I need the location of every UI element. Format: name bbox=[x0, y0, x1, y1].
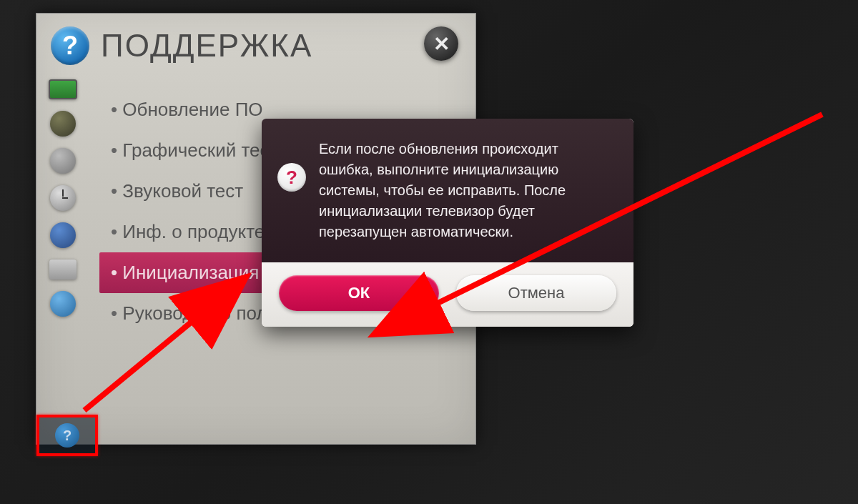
dialog-footer: ОК Отмена bbox=[262, 262, 633, 327]
clock-icon[interactable] bbox=[50, 185, 76, 211]
globe-icon[interactable] bbox=[50, 291, 76, 317]
sidebar bbox=[36, 72, 89, 438]
annotation-highlight: ? bbox=[36, 415, 98, 456]
ok-button[interactable]: ОК bbox=[279, 275, 439, 311]
cancel-button[interactable]: Отмена bbox=[456, 275, 616, 311]
page-title: ПОДДЕРЖКА bbox=[101, 28, 312, 64]
lock-icon[interactable] bbox=[50, 222, 76, 248]
close-icon: ✕ bbox=[433, 32, 450, 56]
dialog-body: ? Если после обновления происходит ошибк… bbox=[262, 119, 633, 262]
confirm-dialog: ? Если после обновления происходит ошибк… bbox=[262, 119, 633, 327]
panel-header: ? ПОДДЕРЖКА ✕ bbox=[36, 14, 475, 72]
close-button[interactable]: ✕ bbox=[424, 26, 458, 61]
dialog-message: Если после обновления происходит ошибка,… bbox=[319, 139, 613, 242]
help-icon: ? bbox=[51, 26, 89, 65]
tv-icon[interactable] bbox=[49, 79, 77, 99]
box-icon[interactable] bbox=[49, 260, 77, 280]
question-icon: ? bbox=[277, 163, 306, 192]
help-icon[interactable]: ? bbox=[55, 423, 79, 448]
satellite-icon[interactable] bbox=[50, 148, 76, 174]
disc-icon[interactable] bbox=[50, 111, 76, 137]
tv-screen-background: ? ПОДДЕРЖКА ✕ Обновление ПО Графический … bbox=[0, 0, 858, 504]
